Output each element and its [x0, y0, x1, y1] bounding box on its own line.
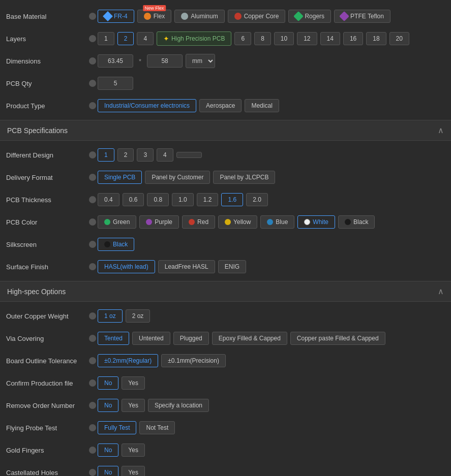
btn-untented[interactable]: Untented [132, 332, 170, 345]
silkscreen-info-dot[interactable] [89, 241, 96, 248]
base-material-info [87, 13, 98, 20]
high-spec-section[interactable]: High-spec Options ∧ [0, 281, 451, 302]
btn-layer-18[interactable]: 18 [366, 32, 386, 45]
board-outline-tolerance-info-dot[interactable] [89, 357, 96, 364]
base-material-info-dot[interactable] [89, 13, 96, 20]
gold-fingers-info-dot[interactable] [89, 447, 96, 454]
remove-order-number-info-dot[interactable] [89, 402, 96, 409]
btn-single-pcb[interactable]: Single PCB [98, 171, 142, 184]
btn-hasl-lead[interactable]: HASL(with lead) [98, 260, 155, 273]
delivery-format-info [87, 174, 98, 181]
btn-layer-2[interactable]: 2 [117, 32, 134, 45]
delivery-format-info-dot[interactable] [89, 174, 96, 181]
btn-castell-yes[interactable]: Yes [122, 466, 145, 476]
btn-design-2[interactable]: 2 [117, 148, 134, 162]
btn-plugged[interactable]: Plugged [173, 332, 209, 345]
btn-remove-no[interactable]: No [98, 399, 118, 412]
btn-aerospace[interactable]: Aerospace [199, 99, 242, 112]
btn-design-blank[interactable] [176, 152, 202, 158]
btn-aluminum[interactable]: Aluminum [174, 10, 224, 23]
pcb-thickness-info-dot[interactable] [89, 196, 96, 203]
btn-color-green[interactable]: Green [98, 215, 136, 229]
different-design-info-dot[interactable] [89, 151, 96, 158]
castellated-holes-info-dot[interactable] [89, 469, 96, 476]
btn-remove-yes[interactable]: Yes [122, 399, 145, 412]
btn-color-white[interactable]: White [297, 215, 335, 229]
btn-copper-paste[interactable]: Copper paste Filled & Capped [290, 332, 385, 345]
btn-layer-1[interactable]: 1 [98, 32, 114, 45]
btn-layer-12[interactable]: 12 [297, 32, 317, 45]
btn-color-purple[interactable]: Purple [139, 215, 179, 229]
btn-precision[interactable]: ±0.1mm(Precision) [161, 354, 226, 367]
btn-tented[interactable]: Tented [98, 332, 129, 345]
btn-thickness-10[interactable]: 1.0 [172, 193, 194, 206]
btn-layer-20[interactable]: 20 [389, 32, 409, 45]
btn-2oz[interactable]: 2 oz [126, 309, 151, 323]
product-type-info-dot[interactable] [89, 102, 96, 109]
dimensions-height[interactable] [147, 54, 183, 68]
btn-regular[interactable]: ±0.2mm(Regular) [98, 354, 158, 367]
btn-castell-no[interactable]: No [98, 466, 118, 476]
outer-copper-weight-info-dot[interactable] [89, 312, 96, 320]
layers-info-dot[interactable] [89, 35, 96, 42]
btn-layer-8[interactable]: 8 [254, 32, 271, 45]
pcb-qty-group [98, 77, 133, 90]
silkscreen-info [87, 241, 98, 248]
btn-design-4[interactable]: 4 [157, 148, 173, 162]
btn-layer-10[interactable]: 10 [274, 32, 294, 45]
btn-panel-customer[interactable]: Panel by Customer [145, 171, 210, 184]
surface-finish-info [87, 263, 98, 270]
btn-color-blue[interactable]: Blue [260, 215, 294, 229]
diamond-icon [103, 11, 113, 21]
btn-layer-4[interactable]: 4 [137, 32, 154, 45]
btn-specify-location[interactable]: Specify a location [148, 399, 209, 412]
btn-medical[interactable]: Medical [245, 99, 279, 112]
btn-design-1[interactable]: 1 [98, 148, 114, 162]
btn-thickness-16[interactable]: 1.6 [221, 193, 243, 206]
btn-industrial[interactable]: Industrial/Consumer electronics [98, 99, 196, 112]
btn-color-yellow[interactable]: Yellow [218, 215, 257, 229]
flying-probe-test-info-dot[interactable] [89, 424, 96, 431]
pcb-specifications-section[interactable]: PCB Specifications ∧ [0, 120, 451, 141]
btn-fully-test[interactable]: Fully Test [98, 421, 136, 434]
pcb-color-info-dot[interactable] [89, 218, 96, 226]
btn-hasl-leadfree[interactable]: LeadFree HASL [158, 260, 215, 273]
btn-thickness-08[interactable]: 0.8 [147, 193, 169, 206]
dimensions-unit[interactable]: mm [186, 54, 215, 68]
via-covering-info [87, 335, 98, 342]
pcb-qty-info-dot[interactable] [89, 80, 96, 87]
confirm-production-file-info-dot[interactable] [89, 379, 96, 387]
btn-confirm-yes[interactable]: Yes [122, 376, 145, 390]
btn-epoxy[interactable]: Epoxy Filled & Capped [212, 332, 287, 345]
btn-not-test[interactable]: Not Test [139, 421, 175, 434]
btn-copper[interactable]: Copper Core [228, 10, 286, 23]
btn-color-red[interactable]: Red [182, 215, 215, 229]
dimensions-info-dot[interactable] [89, 57, 96, 65]
btn-panel-jlcpcb[interactable]: Panel by JLCPCB [213, 171, 275, 184]
pcb-qty-input[interactable] [98, 77, 133, 90]
btn-fr4[interactable]: FR-4 [98, 10, 134, 23]
btn-layer-6[interactable]: 6 [234, 32, 251, 45]
pcb-color-options: Green Purple Red Yellow Blue White [98, 215, 375, 229]
btn-layer-14[interactable]: 14 [320, 32, 340, 45]
btn-thickness-06[interactable]: 0.6 [123, 193, 144, 206]
btn-silkscreen-black[interactable]: Black [98, 238, 134, 251]
btn-ptfe[interactable]: PTFE Teflon [334, 10, 390, 23]
btn-thickness-12[interactable]: 1.2 [197, 193, 219, 206]
btn-thickness-04[interactable]: 0.4 [98, 193, 119, 206]
btn-design-3[interactable]: 3 [137, 148, 154, 162]
btn-enig[interactable]: ENIG [218, 260, 246, 273]
dimensions-width[interactable] [98, 54, 133, 68]
btn-1oz[interactable]: 1 oz [98, 309, 123, 323]
btn-flex[interactable]: Flex [137, 10, 172, 23]
btn-color-black[interactable]: Black [338, 215, 375, 229]
btn-layer-16[interactable]: 16 [343, 32, 363, 45]
btn-thickness-20[interactable]: 2.0 [246, 193, 268, 206]
btn-gold-yes[interactable]: Yes [122, 443, 145, 457]
btn-rogers[interactable]: Rogers [288, 10, 331, 23]
via-covering-info-dot[interactable] [89, 335, 96, 342]
surface-finish-info-dot[interactable] [89, 263, 96, 270]
btn-gold-no[interactable]: No [98, 443, 118, 457]
btn-high-precision[interactable]: ✦ High Precision PCB [157, 31, 231, 46]
btn-confirm-no[interactable]: No [98, 376, 118, 390]
